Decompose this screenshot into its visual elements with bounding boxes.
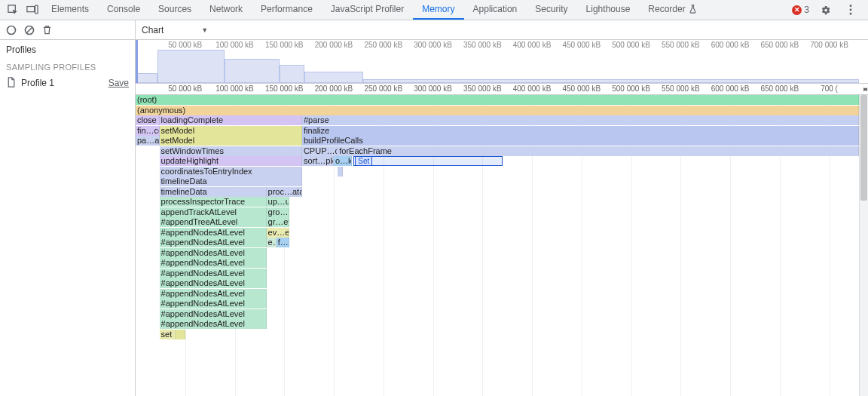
flame-frame[interactable]: fin…ce xyxy=(136,126,160,136)
flame-frame[interactable]: CPUP…del xyxy=(302,146,338,156)
flame-ruler[interactable]: ◂▸ 50 000 kB100 000 kB150 000 kB200 000 … xyxy=(136,84,868,95)
ruler-tick: 300 000 kB xyxy=(414,84,452,93)
flame-frame[interactable]: up…up xyxy=(267,197,289,207)
device-toggle-icon[interactable] xyxy=(23,0,42,20)
devtools-tabstrip: ElementsConsoleSourcesNetworkPerformance… xyxy=(0,0,868,20)
flame-frame[interactable]: (anonymous) xyxy=(136,106,859,115)
trash-icon[interactable] xyxy=(42,25,52,35)
flame-frame[interactable]: #appendNodesAtLevel xyxy=(160,228,267,238)
pane-toolbar: Chart ▼ xyxy=(136,20,868,40)
flame-frame[interactable]: buildProfileCalls xyxy=(302,136,859,146)
profiles-sidebar: Profiles SAMPLING PROFILES Profile 1 Sav… xyxy=(0,20,136,396)
flame-frame[interactable]: set xyxy=(160,330,176,339)
flame-frame[interactable]: loadingComplete xyxy=(160,115,302,125)
flame-frame[interactable]: #appendNodesAtLevel xyxy=(160,269,267,278)
tab-javascript-profiler[interactable]: JavaScript Profiler xyxy=(322,0,413,20)
flame-frame[interactable]: appendTrackAtLevel xyxy=(160,207,267,217)
inspect-icon[interactable] xyxy=(3,0,23,20)
flame-frame[interactable]: gr…ew xyxy=(267,217,289,227)
tab-lighthouse[interactable]: Lighthouse xyxy=(577,0,640,20)
tab-console[interactable]: Console xyxy=(98,0,149,20)
ruler-tick: 100 000 kB xyxy=(215,84,254,93)
profile-file-icon xyxy=(6,77,17,88)
flame-frame[interactable]: gro…ts xyxy=(267,207,289,217)
ruler-tick: 700 000 kB xyxy=(810,41,848,49)
flame-frame[interactable]: pa…at xyxy=(136,136,160,146)
error-count-badge[interactable]: ✕ 3 xyxy=(792,5,809,15)
ruler-tick: 350 000 kB xyxy=(463,84,502,93)
record-icon[interactable] xyxy=(6,25,17,35)
profile-list-item[interactable]: Profile 1 Save xyxy=(0,75,135,91)
flame-frame[interactable]: #appendTreeAtLevel xyxy=(160,217,267,227)
sidebar-toolbar xyxy=(0,20,135,40)
overview-bar xyxy=(280,65,304,83)
vertical-scrollbar[interactable] xyxy=(859,95,868,396)
ruler-tick: 350 000 kB xyxy=(463,41,502,49)
ruler-tick: 300 000 kB xyxy=(414,41,452,49)
flame-frame[interactable]: ev…ew xyxy=(267,228,289,238)
chevron-down-icon: ▼ xyxy=(201,26,208,34)
sidebar-section-header: SAMPLING PROFILES xyxy=(0,60,135,75)
svg-point-4 xyxy=(850,9,852,11)
tab-elements[interactable]: Elements xyxy=(42,0,98,20)
ruler-tick: 450 000 kB xyxy=(562,41,601,49)
ruler-tick: 600 000 kB xyxy=(711,41,750,49)
flame-frame[interactable] xyxy=(338,167,343,177)
save-profile-link[interactable]: Save xyxy=(108,78,129,88)
flame-frame[interactable]: #appendNodesAtLevel xyxy=(160,299,267,309)
view-mode-select[interactable]: Chart ▼ xyxy=(142,25,208,35)
flame-frame[interactable]: #appendNodesAtLevel xyxy=(160,278,267,288)
ruler-tick: 400 000 kB xyxy=(513,41,552,49)
flame-frame[interactable]: #appendNodesAtLevel xyxy=(160,248,267,258)
flame-frame[interactable]: #appendNodesAtLevel xyxy=(160,319,267,329)
flame-frame[interactable] xyxy=(176,330,185,339)
scroll-thumb[interactable] xyxy=(860,95,867,201)
svg-point-5 xyxy=(850,13,852,15)
memory-pane: Chart ▼ 50 000 kB100 000 kB150 000 kB200… xyxy=(136,20,868,396)
flame-frame[interactable]: setModel xyxy=(160,126,302,136)
flame-frame[interactable]: close xyxy=(136,115,160,125)
flame-frame[interactable]: finalize xyxy=(302,126,859,136)
flame-frame[interactable]: #appendNodesAtLevel xyxy=(160,309,267,319)
overview-range-handle[interactable] xyxy=(136,40,138,83)
tab-application[interactable]: Application xyxy=(464,0,527,20)
kebab-menu-icon[interactable] xyxy=(841,5,860,15)
ruler-tick: 50 000 kB xyxy=(168,84,202,93)
profile-name: Profile 1 xyxy=(21,78,54,88)
tab-performance[interactable]: Performance xyxy=(252,0,322,20)
tab-security[interactable]: Security xyxy=(526,0,576,20)
ruler-tick: 150 000 kB xyxy=(265,84,304,93)
flame-frame[interactable]: o…k xyxy=(334,156,352,166)
svg-line-8 xyxy=(26,27,32,33)
flame-frame[interactable]: updateHighlight xyxy=(160,156,302,166)
flame-frame[interactable]: timelineData xyxy=(160,177,302,186)
flame-frame[interactable]: (root) xyxy=(136,95,859,105)
settings-gear-icon[interactable] xyxy=(815,5,835,16)
flame-frame[interactable]: forEachFrame xyxy=(338,146,859,156)
flame-frame[interactable]: f…r xyxy=(277,238,289,247)
ruler-tick: 600 000 kB xyxy=(711,84,750,93)
ruler-tick: 400 000 kB xyxy=(513,84,552,93)
flame-frame[interactable]: #appendNodesAtLevel xyxy=(160,238,267,247)
ruler-tick: 150 000 kB xyxy=(265,41,304,49)
flame-frame[interactable]: #parse xyxy=(302,115,859,125)
flame-frame[interactable]: e… xyxy=(267,238,277,247)
flame-frame[interactable]: proc…ata xyxy=(267,187,302,197)
flame-frame[interactable]: sort…ples xyxy=(302,156,334,166)
flame-frame[interactable]: coordinatesToEntryIndex xyxy=(160,167,302,177)
ruler-tick: 550 000 kB xyxy=(662,41,700,49)
overview-bar xyxy=(304,72,364,83)
flame-frame[interactable]: #appendNodesAtLevel xyxy=(160,289,267,299)
flame-frame[interactable]: timelineData xyxy=(160,187,267,197)
tab-sources[interactable]: Sources xyxy=(149,0,200,20)
tab-network[interactable]: Network xyxy=(200,0,252,20)
flame-chart[interactable]: (root)(anonymous)closeloadingComplete#pa… xyxy=(136,95,859,396)
tab-recorder[interactable]: Recorder xyxy=(639,0,705,20)
clear-icon[interactable] xyxy=(24,25,35,35)
flame-frame[interactable]: processInspectorTrace xyxy=(160,197,267,207)
flame-frame[interactable]: #appendNodesAtLevel xyxy=(160,258,267,268)
flame-frame[interactable]: setWindowTimes xyxy=(160,146,302,156)
overview-chart[interactable]: 50 000 kB100 000 kB150 000 kB200 000 kB2… xyxy=(136,40,868,84)
tab-memory[interactable]: Memory xyxy=(413,0,463,20)
flame-frame[interactable]: setModel xyxy=(160,136,302,146)
